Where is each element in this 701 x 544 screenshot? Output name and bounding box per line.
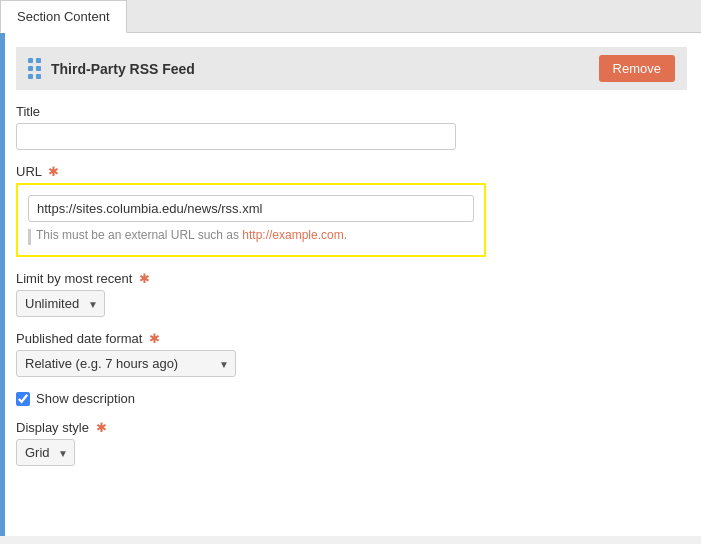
url-hint-bar (28, 229, 31, 245)
url-field-group: URL ✱ This must be an external URL such … (16, 164, 687, 257)
date-format-label: Published date format ✱ (16, 331, 687, 346)
limit-field-group: Limit by most recent ✱ Unlimited 5 10 20… (16, 271, 687, 317)
limit-select-wrapper: Unlimited 5 10 20 50 ▼ (16, 290, 105, 317)
url-required-star: ✱ (48, 164, 59, 179)
limit-label: Limit by most recent ✱ (16, 271, 687, 286)
url-hint-text: This must be an external URL such as htt… (36, 228, 347, 242)
display-style-select-wrapper: Grid List ▼ (16, 439, 75, 466)
show-description-row: Show description (16, 391, 687, 406)
tab-label: Section Content (17, 9, 110, 24)
date-format-select-wrapper: Relative (e.g. 7 hours ago) Absolute ▼ (16, 350, 236, 377)
url-hint-link[interactable]: http://example.com (242, 228, 343, 242)
date-format-field-group: Published date format ✱ Relative (e.g. 7… (16, 331, 687, 377)
section-title: Third-Party RSS Feed (51, 61, 599, 77)
display-style-select[interactable]: Grid List (16, 439, 75, 466)
display-style-required-star: ✱ (96, 420, 107, 435)
show-description-checkbox[interactable] (16, 392, 30, 406)
section-content-tab[interactable]: Section Content (0, 0, 127, 33)
url-field-wrapper: This must be an external URL such as htt… (16, 183, 486, 257)
section-header: Third-Party RSS Feed Remove (16, 47, 687, 90)
drag-handle[interactable] (28, 58, 41, 79)
date-format-select[interactable]: Relative (e.g. 7 hours ago) Absolute (16, 350, 236, 377)
url-input[interactable] (28, 195, 474, 222)
title-field-group: Title (16, 104, 687, 150)
remove-button[interactable]: Remove (599, 55, 675, 82)
title-input[interactable] (16, 123, 456, 150)
url-label: URL ✱ (16, 164, 687, 179)
limit-required-star: ✱ (139, 271, 150, 286)
show-description-label: Show description (36, 391, 135, 406)
title-label: Title (16, 104, 687, 119)
display-style-label: Display style ✱ (16, 420, 687, 435)
url-hint: This must be an external URL such as htt… (28, 228, 474, 245)
display-style-field-group: Display style ✱ Grid List ▼ (16, 420, 687, 466)
limit-select[interactable]: Unlimited 5 10 20 50 (16, 290, 105, 317)
date-format-required-star: ✱ (149, 331, 160, 346)
